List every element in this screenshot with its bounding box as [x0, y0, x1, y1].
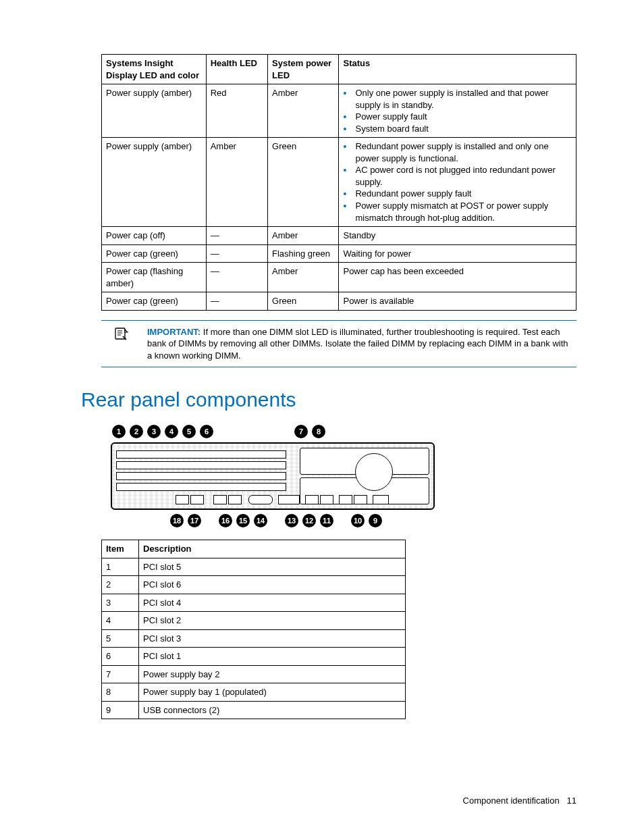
page-footer: Component identification 11 [463, 795, 576, 807]
th-syspower: System power LED [268, 55, 339, 84]
section-title: Rear panel components [81, 386, 576, 414]
item-description: Power supply bay 1 (populated) [139, 683, 406, 702]
item-description: USB connectors (2) [139, 701, 406, 719]
status-item: Only one power supply is installed and t… [355, 87, 572, 111]
status-item: Redundant power supply is installed and … [355, 140, 572, 164]
rear-panel-drawing [111, 442, 435, 510]
table-row: Power cap (green)—GreenPower is availabl… [102, 292, 576, 311]
table-row: 9USB connectors (2) [102, 701, 406, 719]
table-cell: Flashing green [268, 244, 339, 263]
table-row: 1PCI slot 5 [102, 558, 406, 576]
important-body: If more than one DIMM slot LED is illumi… [147, 327, 568, 361]
status-item: Power supply mismatch at POST or power s… [355, 200, 572, 224]
item-number: 8 [102, 683, 139, 702]
table-cell: Power supply (amber) [102, 138, 207, 227]
status-cell: Waiting for power [339, 244, 576, 263]
table-row: 5PCI slot 3 [102, 629, 406, 648]
callout-3: 3 [147, 425, 161, 438]
table-cell: Power supply (amber) [102, 84, 207, 138]
table-cell: Power cap (green) [102, 244, 207, 263]
status-list: Redundant power supply is installed and … [343, 140, 572, 224]
table-header-row: Systems Insight Display LED and color He… [102, 55, 576, 84]
th-item: Item [102, 540, 139, 558]
callout-12: 12 [302, 514, 316, 527]
status-item: AC power cord is not plugged into redund… [355, 164, 572, 188]
item-description: PCI slot 2 [139, 612, 406, 630]
item-description: Power supply bay 2 [139, 665, 406, 683]
item-description: PCI slot 1 [139, 648, 406, 666]
item-description: PCI slot 5 [139, 558, 406, 576]
table-cell: Red [206, 84, 267, 138]
th-status: Status [339, 55, 576, 84]
callout-9: 9 [369, 514, 382, 527]
status-cell: Only one power supply is installed and t… [339, 84, 576, 138]
th-sid: Systems Insight Display LED and color [102, 55, 207, 84]
status-cell: Power cap has been exceeded [339, 263, 576, 292]
table-cell: — [206, 244, 267, 263]
table-cell: Amber [268, 227, 339, 245]
status-cell: Standby [339, 227, 576, 245]
callout-7: 7 [294, 425, 308, 438]
table-cell: Green [268, 138, 339, 227]
item-number: 4 [102, 612, 139, 630]
table-row: Power supply (amber)AmberGreenRedundant … [102, 138, 576, 227]
table-row: 4PCI slot 2 [102, 612, 406, 630]
callout-10: 10 [351, 514, 365, 527]
item-number: 5 [102, 629, 139, 648]
status-item: Power supply fault [355, 111, 572, 123]
callout-6: 6 [200, 425, 213, 438]
table-row: 3PCI slot 4 [102, 594, 406, 612]
table-row: Power supply (amber)RedAmberOnly one pow… [102, 84, 576, 138]
callout-4: 4 [165, 425, 178, 438]
item-number: 9 [102, 701, 139, 719]
footer-section: Component identification [463, 796, 560, 806]
table-cell: — [206, 227, 267, 245]
footer-page: 11 [567, 796, 576, 806]
callout-5: 5 [182, 425, 196, 438]
callout-15: 15 [236, 514, 250, 527]
table-cell: — [206, 263, 267, 292]
important-text: IMPORTANT: If more than one DIMM slot LE… [142, 326, 576, 362]
callout-16: 16 [219, 514, 232, 527]
table-cell: Power cap (green) [102, 292, 207, 311]
table-row: 6PCI slot 1 [102, 648, 406, 666]
table-cell: Amber [206, 138, 267, 227]
table-cell: Green [268, 292, 339, 311]
item-number: 1 [102, 558, 139, 576]
item-description: PCI slot 6 [139, 576, 406, 594]
item-number: 7 [102, 665, 139, 683]
table-cell: Amber [268, 84, 339, 138]
note-icon [101, 326, 142, 362]
item-number: 6 [102, 648, 139, 666]
callout-17: 17 [188, 514, 201, 527]
th-desc: Description [139, 540, 406, 558]
page: Systems Insight Display LED and color He… [0, 0, 644, 834]
callouts-top: 12345678 [111, 425, 435, 438]
led-status-table: Systems Insight Display LED and color He… [101, 54, 576, 311]
table-cell: Power cap (flashing amber) [102, 263, 207, 292]
important-label: IMPORTANT: [147, 327, 200, 337]
rear-panel-items-table: Item Description 1PCI slot 52PCI slot 63… [101, 540, 406, 719]
rear-panel-diagram: 12345678 1817161514131211109 [111, 425, 435, 527]
table-row: 2PCI slot 6 [102, 576, 406, 594]
status-cell: Redundant power supply is installed and … [339, 138, 576, 227]
callout-14: 14 [254, 514, 267, 527]
callout-18: 18 [170, 514, 184, 527]
status-list: Only one power supply is installed and t… [343, 87, 572, 134]
important-note: IMPORTANT: If more than one DIMM slot LE… [101, 320, 576, 368]
status-item: Redundant power supply fault [355, 188, 572, 200]
item-description: PCI slot 4 [139, 594, 406, 612]
table-row: Power cap (green)—Flashing greenWaiting … [102, 244, 576, 263]
table-row: Power cap (off)—AmberStandby [102, 227, 576, 245]
status-cell: Power is available [339, 292, 576, 311]
callout-13: 13 [285, 514, 298, 527]
table-row: 8Power supply bay 1 (populated) [102, 683, 406, 702]
table-row: Power cap (flashing amber)—AmberPower ca… [102, 263, 576, 292]
item-number: 3 [102, 594, 139, 612]
status-item: System board fault [355, 123, 572, 135]
table-cell: — [206, 292, 267, 311]
callout-11: 11 [320, 514, 333, 527]
callout-8: 8 [312, 425, 325, 438]
th-health: Health LED [206, 55, 267, 84]
table-header-row: Item Description [102, 540, 406, 558]
